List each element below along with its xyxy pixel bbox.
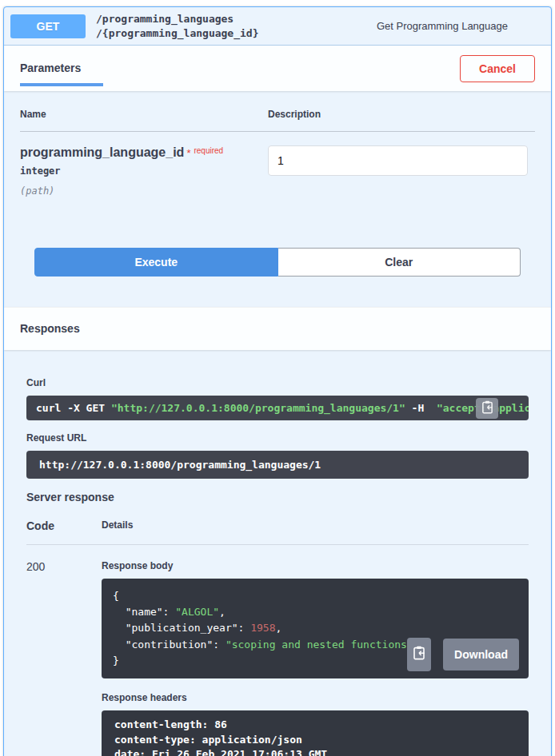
execute-wrapper: Execute Clear xyxy=(20,248,535,277)
http-method-badge[interactable]: GET xyxy=(10,14,86,38)
request-url-label: Request URL xyxy=(26,432,529,444)
json-year-value: 1958 xyxy=(250,622,275,634)
json-name-key: "name": xyxy=(113,606,175,618)
parameter-row: programming_language_id*required integer… xyxy=(20,132,535,197)
json-comma: , xyxy=(219,606,226,618)
parameter-name: programming_language_id xyxy=(20,145,184,159)
response-header-line: content-length: 86 xyxy=(114,718,227,730)
parameter-value-input[interactable] xyxy=(268,145,528,176)
curl-command-text: curl -X GET xyxy=(36,402,111,414)
parameters-tab-label: Parameters xyxy=(20,62,103,74)
curl-header-flag: -H xyxy=(405,402,437,414)
execute-button[interactable]: Execute xyxy=(34,248,278,277)
curl-url-string: "http://127.0.0.1:8000/programming_langu… xyxy=(111,402,405,414)
response-details: Response body { "name": "ALGOL", "public… xyxy=(102,560,529,756)
copy-to-clipboard-button[interactable] xyxy=(476,398,498,419)
operation-block: GET /programming_languages /{programming… xyxy=(3,6,552,756)
response-body-controls: Download xyxy=(407,638,519,671)
response-headers-label: Response headers xyxy=(102,692,529,703)
json-contribution-value: "scoping and nested functions" xyxy=(226,639,413,651)
column-code: Code xyxy=(26,519,102,532)
response-body-wrap: { "name": "ALGOL", "publication_year": 1… xyxy=(102,579,529,678)
curl-command: curl -X GET "http://127.0.0.1:8000/progr… xyxy=(26,396,529,420)
parameter-meta: programming_language_id*required integer… xyxy=(20,145,268,197)
clear-button[interactable]: Clear xyxy=(278,248,521,277)
json-brace-close: } xyxy=(113,655,119,666)
cancel-button[interactable]: Cancel xyxy=(460,55,535,82)
column-name: Name xyxy=(20,109,268,120)
operation-summary[interactable]: GET /programming_languages /{programming… xyxy=(4,7,551,46)
json-brace-open: { xyxy=(113,590,119,602)
parameter-type: integer xyxy=(20,165,268,177)
endpoint-path-line1: /programming_languages xyxy=(96,12,377,26)
status-code: 200 xyxy=(26,560,102,756)
parameters-body: Name Description programming_language_id… xyxy=(4,91,551,307)
response-header-line: content-type: application/json xyxy=(114,734,302,746)
parameters-section-header: Parameters Cancel xyxy=(4,46,551,91)
download-button[interactable]: Download xyxy=(443,639,519,670)
parameter-location: (path) xyxy=(20,185,268,197)
response-header-line: date: Fri,26 Feb 2021 17:06:13 GMT xyxy=(114,748,327,756)
column-description: Description xyxy=(268,109,535,120)
clipboard-arrow-icon xyxy=(481,400,493,416)
json-name-value: "ALGOL" xyxy=(175,606,219,618)
json-comma: , xyxy=(276,622,282,634)
response-body-label: Response body xyxy=(102,560,529,571)
parameters-table-head: Name Description xyxy=(20,109,535,132)
server-response-title: Server response xyxy=(26,491,529,503)
responses-section-header: Responses xyxy=(4,307,551,350)
responses-body: Curl curl -X GET "http://127.0.0.1:8000/… xyxy=(4,350,551,756)
active-tab-underline xyxy=(20,83,103,86)
json-contribution-key: "contribution": xyxy=(113,639,226,651)
parameter-value-cell xyxy=(268,145,535,197)
copy-response-button[interactable] xyxy=(407,638,431,671)
required-star: * xyxy=(186,147,190,159)
curl-command-wrap: curl -X GET "http://127.0.0.1:8000/progr… xyxy=(26,396,529,420)
response-headers: content-length: 86 content-type: applica… xyxy=(102,710,529,756)
tab-parameters[interactable]: Parameters xyxy=(20,62,103,86)
required-label: required xyxy=(194,146,223,155)
column-details: Details xyxy=(102,519,529,532)
request-url-value: http://127.0.0.1:8000/programming_langua… xyxy=(26,451,529,479)
operation-title: Get Programming Language xyxy=(377,20,508,32)
endpoint-path-line2: /{programming_language_id} xyxy=(96,26,377,41)
responses-title: Responses xyxy=(20,322,80,335)
json-year-key: "publication_year": xyxy=(113,622,250,634)
endpoint-path: /programming_languages /{programming_lan… xyxy=(96,12,377,40)
server-response-table-head: Code Details xyxy=(26,519,529,545)
curl-label: Curl xyxy=(26,377,529,388)
clipboard-arrow-icon xyxy=(413,646,425,662)
server-response-row: 200 Response body { "name": "ALGOL", "pu… xyxy=(26,545,529,756)
